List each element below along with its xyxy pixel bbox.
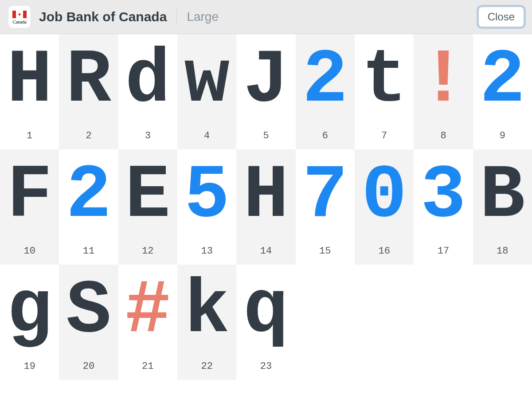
title-divider: [176, 9, 177, 24]
char-cell: d3: [118, 34, 177, 149]
char-glyph: J: [243, 43, 289, 118]
canada-wordmark: Canada: [12, 19, 26, 24]
char-cell: 29: [473, 34, 532, 149]
char-cell: B18: [473, 149, 532, 265]
char-cell: H14: [236, 149, 295, 265]
char-cell: 317: [414, 149, 473, 265]
char-cell: k22: [177, 265, 236, 380]
char-cell: S20: [59, 265, 118, 380]
char-glyph: 5: [184, 158, 230, 234]
char-index: 11: [83, 246, 94, 257]
char-cell: g19: [0, 265, 59, 380]
char-glyph: g: [7, 274, 52, 349]
char-index: 15: [319, 246, 331, 257]
char-glyph: 2: [302, 43, 348, 118]
page-title: Job Bank of Canada: [39, 9, 167, 24]
char-index: 1: [27, 130, 32, 141]
char-index: 21: [142, 361, 153, 372]
char-index: 5: [263, 130, 269, 141]
char-glyph: 2: [66, 158, 111, 234]
char-cell: q23: [236, 265, 295, 380]
char-glyph: 7: [302, 158, 348, 234]
char-index: 17: [438, 246, 449, 257]
char-index: 13: [201, 246, 212, 257]
char-glyph: 3: [421, 158, 466, 234]
char-glyph: R: [66, 43, 111, 118]
char-glyph: F: [7, 158, 52, 234]
char-glyph: k: [184, 274, 230, 349]
char-cell: F10: [0, 149, 59, 265]
char-glyph: B: [480, 158, 525, 234]
char-glyph: !: [421, 43, 466, 118]
char-index: 20: [83, 361, 94, 372]
char-glyph: E: [125, 158, 170, 234]
char-index: 3: [145, 130, 151, 141]
char-cell: t7: [355, 34, 414, 149]
char-cell: 26: [296, 34, 355, 149]
char-index: 4: [204, 130, 210, 141]
char-index: 8: [440, 130, 446, 141]
char-index: 14: [260, 246, 272, 257]
char-cell: 715: [296, 149, 355, 265]
char-glyph: 0: [362, 158, 407, 234]
char-cell: 016: [355, 149, 414, 265]
char-index: 6: [322, 130, 328, 141]
char-cell: 211: [59, 149, 118, 265]
char-cell: w4: [177, 34, 236, 149]
char-index: 22: [201, 361, 212, 372]
char-glyph: 2: [480, 43, 525, 118]
canada-flag-icon: ✦: [12, 11, 27, 18]
char-index: 23: [260, 361, 272, 372]
char-glyph: w: [184, 43, 230, 118]
size-label: Large: [187, 10, 219, 24]
char-index: 16: [378, 246, 390, 257]
char-cell: !8: [414, 34, 473, 149]
char-cell: 513: [177, 149, 236, 265]
char-index: 18: [497, 246, 508, 257]
close-button[interactable]: Close: [478, 7, 524, 27]
char-glyph: H: [7, 43, 52, 118]
char-cell: #21: [118, 265, 177, 380]
char-cell: R2: [59, 34, 118, 149]
char-cell: J5: [236, 34, 295, 149]
header-bar: ✦ Canada Job Bank of Canada Large Close: [0, 0, 532, 34]
char-glyph: #: [125, 274, 170, 349]
char-index: 2: [86, 130, 91, 141]
char-index: 7: [381, 130, 387, 141]
char-glyph: q: [243, 274, 289, 349]
app-icon: ✦ Canada: [8, 5, 31, 28]
char-index: 10: [23, 246, 35, 257]
char-glyph: H: [243, 158, 289, 234]
char-index: 19: [23, 361, 35, 372]
char-cell: E12: [118, 149, 177, 265]
password-character-grid: H1R2d3w4J526t7!829F10211E12513H147150163…: [0, 34, 532, 380]
char-glyph: d: [125, 43, 170, 118]
char-glyph: t: [362, 43, 407, 118]
char-cell: H1: [0, 34, 59, 149]
char-index: 12: [142, 246, 153, 257]
char-glyph: S: [66, 274, 111, 349]
char-index: 9: [500, 130, 505, 141]
